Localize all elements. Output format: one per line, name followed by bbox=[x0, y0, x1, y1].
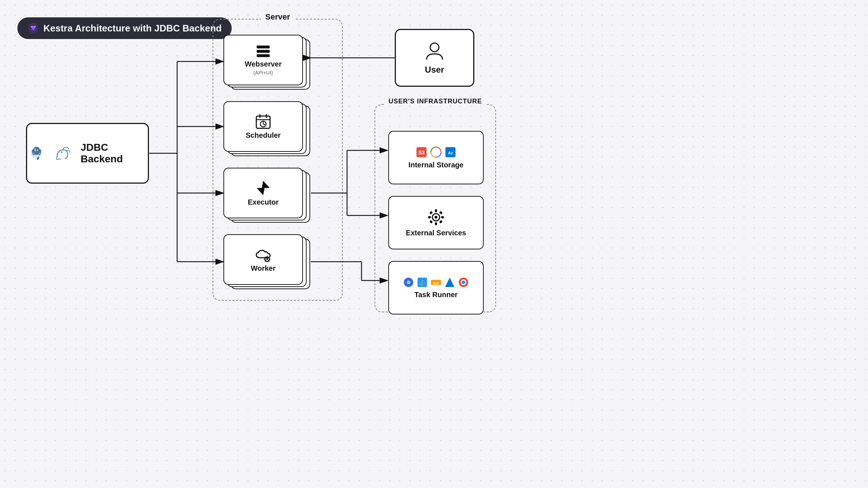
title-badge: Kestra Architecture with JDBC Backend bbox=[17, 17, 232, 39]
worker-main-card: Worker bbox=[223, 234, 303, 285]
svg-point-32 bbox=[430, 43, 439, 52]
scheduler-label: Scheduler bbox=[246, 131, 281, 140]
svg-rect-11 bbox=[257, 46, 270, 48]
svg-text:aws: aws bbox=[433, 281, 439, 285]
svg-rect-43 bbox=[435, 209, 437, 212]
external-services-label: External Services bbox=[406, 229, 466, 237]
svg-rect-46 bbox=[441, 216, 444, 218]
svg-line-20 bbox=[263, 124, 265, 125]
webserver-label: Webserver bbox=[245, 60, 282, 68]
docker-icon: ⚓ bbox=[417, 277, 428, 288]
svg-text:⚓: ⚓ bbox=[419, 279, 426, 286]
svg-line-29 bbox=[269, 261, 269, 261]
server-label: Server bbox=[261, 12, 295, 22]
svg-marker-57 bbox=[445, 278, 454, 287]
worker-card: Worker bbox=[223, 234, 307, 288]
svg-point-60 bbox=[462, 281, 465, 284]
webserver-main-card: Webserver (API+UI) bbox=[223, 35, 303, 85]
aws-icon: aws bbox=[431, 277, 441, 288]
internal-storage-box: S3 Az Internal Storage bbox=[388, 131, 484, 184]
svg-point-8 bbox=[35, 150, 36, 151]
svg-point-4 bbox=[33, 147, 40, 155]
webserver-card: Webserver (API+UI) bbox=[223, 35, 307, 88]
svg-rect-48 bbox=[439, 220, 443, 223]
storage-icons: S3 Az bbox=[416, 146, 456, 158]
svg-rect-50 bbox=[439, 211, 443, 214]
webserver-icon bbox=[256, 45, 270, 58]
svg-point-10 bbox=[61, 151, 63, 153]
kestra-logo-icon bbox=[27, 22, 39, 34]
scheduler-card: Scheduler bbox=[223, 101, 307, 155]
executor-main-card: Executor bbox=[223, 168, 303, 218]
svg-rect-13 bbox=[257, 54, 270, 57]
jdbc-backend-box: JDBC Backend bbox=[26, 123, 149, 184]
svg-rect-12 bbox=[257, 50, 270, 53]
postgres-icon bbox=[27, 143, 46, 163]
svg-text:☸: ☸ bbox=[406, 279, 411, 285]
svg-rect-44 bbox=[435, 222, 437, 225]
azure-icon: Az bbox=[445, 146, 456, 158]
infra-label: USER'S INFRASTRUCTURE bbox=[384, 98, 486, 105]
svg-point-42 bbox=[435, 216, 437, 219]
internal-storage-label: Internal Storage bbox=[409, 161, 463, 169]
user-label: User bbox=[425, 65, 444, 75]
title-text: Kestra Architecture with JDBC Backend bbox=[43, 23, 222, 34]
external-services-box: External Services bbox=[388, 196, 484, 249]
svg-rect-47 bbox=[429, 211, 433, 214]
jdbc-label: JDBC Backend bbox=[81, 142, 148, 165]
gcp2-icon bbox=[458, 277, 469, 288]
taskrunner-icons: ☸ ⚓ aws bbox=[403, 277, 469, 288]
svg-line-28 bbox=[265, 257, 265, 257]
executor-card: Executor bbox=[223, 168, 307, 221]
svg-text:S3: S3 bbox=[418, 150, 424, 155]
svg-line-30 bbox=[265, 261, 265, 261]
gcp-icon bbox=[430, 146, 442, 158]
svg-marker-21 bbox=[257, 181, 270, 195]
infrastructure-box: USER'S INFRASTRUCTURE S3 bbox=[375, 104, 496, 312]
svg-point-9 bbox=[38, 150, 38, 151]
azure2-icon bbox=[444, 277, 455, 288]
user-person-icon bbox=[424, 41, 445, 61]
executor-label: Executor bbox=[248, 198, 279, 206]
worker-icon bbox=[255, 247, 271, 262]
aws-s3-icon: S3 bbox=[416, 146, 427, 158]
worker-label: Worker bbox=[251, 264, 276, 273]
user-box: User bbox=[395, 29, 474, 87]
task-runner-label: Task Runner bbox=[414, 291, 458, 299]
task-runner-box: ☸ ⚓ aws bbox=[388, 261, 484, 314]
svg-line-31 bbox=[269, 257, 269, 257]
webserver-sublabel: (API+UI) bbox=[253, 70, 273, 76]
svg-point-23 bbox=[266, 258, 268, 260]
diagram: Kestra Architecture with JDBC Backend JD… bbox=[0, 0, 868, 488]
executor-icon bbox=[257, 180, 270, 196]
mysql-icon bbox=[55, 144, 72, 163]
svg-text:Az: Az bbox=[448, 151, 453, 155]
svg-rect-49 bbox=[429, 220, 433, 223]
kubernetes-icon: ☸ bbox=[403, 277, 414, 288]
external-services-gear-icon bbox=[427, 209, 445, 226]
scheduler-icon bbox=[256, 114, 271, 129]
svg-rect-45 bbox=[428, 216, 431, 218]
scheduler-main-card: Scheduler bbox=[223, 101, 303, 152]
